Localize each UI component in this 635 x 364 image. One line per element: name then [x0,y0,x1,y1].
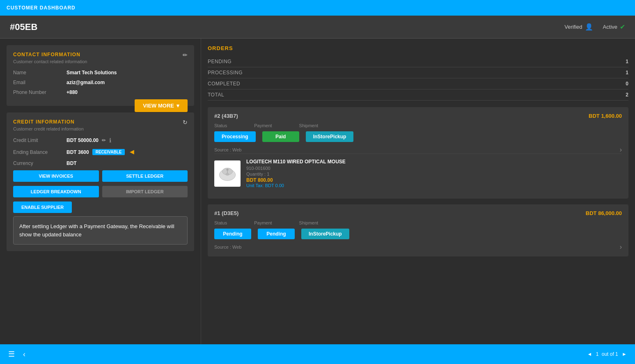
order-shipment-label: Shipment [299,123,318,128]
active-badge: Active ✔ [603,23,625,31]
verified-label: Verified [564,24,582,30]
verified-icon: 👤 [585,23,593,31]
contact-subtitle: Customer contact related information [13,59,87,64]
ending-balance-label: Ending Balance [13,149,66,155]
order-1-status-badge: Processing [214,131,256,142]
bottom-bar: ☰ ‹ ◄ 1 out of 1 ► [0,344,635,364]
view-invoices-button[interactable]: VIEW INVOICES [13,170,99,182]
ledger-breakdown-button[interactable]: LEDGER BREAKDOWN [13,186,99,197]
product-sku: 910-001600 [246,166,622,171]
currency-label: Currency [13,160,66,166]
credit-btn-row-2: LEDGER BREAKDOWN IMPORT LEDGER [13,186,188,197]
top-bar: CUSTOMER DASHBOARD [0,0,635,16]
product-price: BDT 800.00 [246,177,622,183]
order-1-source: Source : Web [214,147,241,152]
order-summary-label: PROCESSING [208,70,243,76]
pagination-current: 1 [596,351,599,357]
credit-btn-row-3: ENABLE SUPPLIER [13,201,188,213]
order-card-2: #1 (D3E5) BDT 86,000.00 Status Payment S… [208,204,628,256]
contact-name-row: Name Smart Tech Solutions [13,70,188,76]
pagination-next-icon[interactable]: ► [622,351,627,357]
order-summary-value: 2 [626,92,628,98]
order-1-shipment-badge: InStorePickup [306,131,354,142]
order-2-chevron-right-icon[interactable]: › [620,243,622,251]
header-bar: #05EB Verified 👤 Active ✔ [0,16,635,39]
ending-balance-value: BDT 3600 [66,149,89,155]
order-summary-row: COMPLETED0 [208,78,628,89]
pagination-total: out of 1 [602,351,618,357]
order-summary-row: TOTAL2 [208,89,628,101]
credit-btn-row-1: VIEW INVOICES SETTLE LEDGER [13,170,188,182]
refresh-icon[interactable]: ↻ [183,119,188,126]
order-summary-row: PENDING1 [208,56,628,67]
order-1-source-row: Source : Web › [214,146,622,153]
currency-row: Currency BDT [13,160,188,166]
svg-point-4 [226,173,229,175]
orders-title: ORDERS [208,45,628,51]
order-2-source: Source : Web [214,245,241,250]
order-1-chevron-right-icon[interactable]: › [620,146,622,153]
enable-supplier-button[interactable]: ENABLE SUPPLIER [13,201,72,213]
order-summary-label: COMPLETED [208,81,240,87]
order-2-badges: Pending Pending InStorePickup [214,229,622,239]
contact-edit-icon[interactable]: ✏ [183,52,188,58]
active-label: Active [603,24,617,30]
pagination-prev-icon[interactable]: ◄ [587,351,592,357]
order-card-1-header: #2 (43B7) BDT 1,600.00 [214,113,622,119]
receivable-badge: RECEIVABLE [92,149,125,155]
header-right: Verified 👤 Active ✔ [564,23,625,31]
order-2-payment-badge: Pending [258,229,295,239]
menu-icon[interactable]: ☰ [8,350,15,359]
order-1-payment-badge: Paid [262,131,299,142]
name-label: Name [13,70,66,76]
tooltip-box: After settling Ledger with a Payment Gat… [13,216,188,245]
credit-title: CREDIT INFORMATION [13,119,84,125]
arrow-indicator: ◄ [128,148,135,156]
settle-ledger-button[interactable]: SETTLE LEDGER [102,170,188,182]
product-tax: Unit Tax: BDT 0.00 [246,183,622,188]
order-2-shipment-label: Shipment [299,220,318,225]
info-icon: ℹ [109,137,111,144]
view-more-button[interactable]: VIEW MORE ▾ [135,99,188,112]
active-icon: ✔ [620,23,625,31]
credit-card: CREDIT INFORMATION Customer credit relat… [7,112,194,251]
order-1-labels: Status Payment Shipment [214,123,622,128]
verified-badge: Verified 👤 [564,23,593,31]
product-qty: Quantity : 1 [246,172,622,176]
email-label: Email [13,80,66,85]
product-info: LOGITECH M110 WIRED OPTICAL MOUSE 910-00… [246,159,622,188]
product-name: LOGITECH M110 WIRED OPTICAL MOUSE [246,159,622,165]
order-card-2-header: #1 (D3E5) BDT 86,000.00 [214,210,622,216]
credit-limit-row: Credit Limit BDT 50000.00 ✏ ℹ [13,137,188,144]
order-status-label: Status [214,123,227,128]
order-2-labels: Status Payment Shipment [214,220,622,225]
contact-title: CONTACT INFORMATION [13,52,87,57]
order-2-source-row: Source : Web › [214,243,622,251]
order-summary-value: 1 [626,70,628,76]
order-2-id: #1 (D3E5) [214,210,238,216]
order-summary-value: 0 [626,81,628,87]
bottom-left: ☰ ‹ [8,350,25,359]
left-panel: CONTACT INFORMATION Customer contact rel… [0,39,201,344]
order-2-shipment-badge: InStorePickup [301,229,349,239]
import-ledger-button[interactable]: IMPORT LEDGER [102,186,188,197]
email-value: aziz@gmail.com [66,80,105,85]
order-card-1: #2 (43B7) BDT 1,600.00 Status Payment Sh… [208,107,628,199]
product-row-1: LOGITECH M110 WIRED OPTICAL MOUSE 910-00… [214,153,622,193]
chevron-down-icon: ▾ [177,103,179,109]
phone-label: Phone Number [13,89,66,95]
order-summary-value: 1 [626,59,628,64]
top-bar-title: CUSTOMER DASHBOARD [7,5,76,11]
customer-id: #05EB [10,22,37,32]
credit-limit-edit-icon[interactable]: ✏ [102,137,106,143]
main-content: CONTACT INFORMATION Customer contact rel… [0,39,635,344]
pagination: ◄ 1 out of 1 ► [587,351,627,357]
order-2-status-badge: Pending [214,229,251,239]
name-value: Smart Tech Solutions [66,70,117,76]
credit-limit-label: Credit Limit [13,137,66,143]
right-panel: ORDERS PENDING1PROCESSING1COMPLETED0TOTA… [201,39,635,344]
back-icon[interactable]: ‹ [23,350,25,359]
view-more-label: VIEW MORE [143,103,174,109]
credit-limit-value: BDT 50000.00 [66,137,99,143]
contact-card: CONTACT INFORMATION Customer contact rel… [7,45,194,106]
